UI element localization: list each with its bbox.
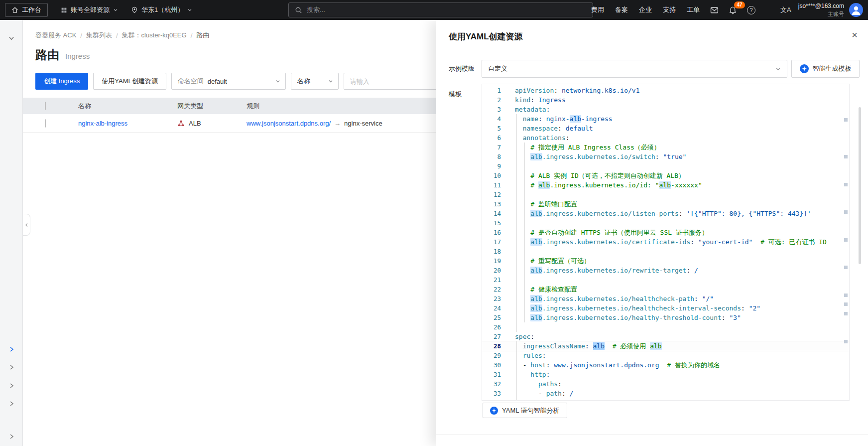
sidebar-collapse-chevron-icon[interactable] (8, 35, 14, 41)
create-by-yaml-button[interactable]: 使用YAML创建资源 (93, 73, 166, 90)
code-line[interactable]: 17 alb.ingress.kubernetes.io/certificate… (482, 237, 849, 247)
chevron-down-icon (275, 79, 280, 84)
line-number: 5 (482, 124, 507, 133)
code-line[interactable]: 15 (482, 218, 849, 228)
topbar-link-enterprise[interactable]: 企业 (633, 5, 657, 14)
code-line[interactable]: 31 http: (482, 370, 849, 379)
select-all-checkbox[interactable] (45, 102, 46, 110)
help-icon: ? (747, 6, 755, 14)
mail-icon (710, 6, 719, 14)
code-line[interactable]: 22 # 健康检查配置 (482, 285, 849, 294)
global-search-input[interactable]: 搜索... (288, 2, 593, 17)
sidebar-item-chevron[interactable] (8, 364, 14, 370)
code-line[interactable]: 14 alb.ingress.kubernetes.io/listen-port… (482, 209, 849, 218)
code-line[interactable]: 9 (482, 161, 849, 171)
topbar-link-support[interactable]: 支持 (657, 5, 681, 14)
close-icon[interactable]: × (848, 28, 862, 42)
code-line[interactable]: 25 alb.ingress.kubernetes.io/healthy-thr… (482, 313, 849, 322)
topbar-left: 工作台 账号全部资源 华东1（杭州） (5, 0, 192, 20)
panel-footer-divider (436, 435, 868, 435)
breadcrumb-item[interactable]: 容器服务 ACK (35, 31, 76, 40)
code-line[interactable]: 21 (482, 275, 849, 285)
code-line[interactable]: 18 (482, 247, 849, 256)
code-line[interactable]: 16 # 是否自动创建 HTTPS 证书（使用阿里云 SSL 证书服务） (482, 228, 849, 237)
code-line[interactable]: 19 # 重写配置（可选） (482, 256, 849, 266)
code-line[interactable]: 27spec: (482, 332, 849, 341)
code-line[interactable]: 24 alb.ingress.kubernetes.io/healthcheck… (482, 303, 849, 313)
topbar-link-billing[interactable]: 费用 (586, 5, 610, 14)
code-line[interactable]: 23 alb.ingress.kubernetes.io/healthcheck… (482, 294, 849, 303)
sidebar-expand-handle[interactable] (23, 214, 30, 236)
code-line[interactable]: 8 alb.ingress.kubernetes.io/switch: "tru… (482, 152, 849, 161)
ai-generate-template-button[interactable]: 智能生成模板 (791, 60, 860, 78)
screen: 工作台 账号全部资源 华东1（杭州） (0, 0, 868, 446)
line-number: 26 (482, 322, 507, 332)
code-line[interactable]: 12 (482, 190, 849, 199)
topbar-link-icp[interactable]: 备案 (610, 5, 633, 14)
resource-scope-selector[interactable]: 账号全部资源 (61, 5, 118, 14)
line-number: 1 (482, 86, 507, 95)
messages-button[interactable] (705, 0, 724, 20)
resource-grid-icon (61, 7, 67, 13)
line-number: 11 (482, 180, 507, 190)
code-line[interactable]: 2kind: Ingress (482, 95, 849, 105)
account-menu[interactable]: jso****@163.com 主账号 (798, 2, 844, 17)
code-line[interactable]: 1apiVersion: networking.k8s.io/v1 (482, 86, 849, 95)
code-line[interactable]: 32 paths: (482, 379, 849, 389)
region-selector[interactable]: 华东1（杭州） (131, 5, 192, 14)
code-line[interactable]: 6 annotations: (482, 133, 849, 143)
yaml-analyze-button[interactable]: YAML 语句智能分析 (483, 403, 567, 418)
line-number: 23 (482, 294, 507, 303)
code-line[interactable]: 28 ingressClassName: alb # 必须使用 alb (482, 341, 849, 351)
code-line[interactable]: 26 (482, 322, 849, 332)
create-ingress-button[interactable]: 创建 Ingress (35, 73, 88, 90)
code-line[interactable]: 30 - host: www.jsonjsonstart.dpdns.org #… (482, 360, 849, 370)
breadcrumb-item[interactable]: 集群：cluster-kq0EEG (122, 31, 187, 40)
column-header-gateway-type: 网关类型 (177, 102, 247, 111)
code-line[interactable]: 4 name: nginx-alb-ingress (482, 114, 849, 124)
help-button[interactable]: ? (742, 0, 760, 20)
panel-scrollbar-thumb[interactable] (859, 107, 861, 264)
workbench-button[interactable]: 工作台 (5, 3, 48, 17)
line-number: 13 (482, 199, 507, 209)
code-line[interactable]: 29 rules: (482, 351, 849, 360)
notifications-button[interactable]: 47 (724, 0, 742, 20)
avatar[interactable] (849, 3, 863, 17)
code-line[interactable]: 5 namespace: default (482, 124, 849, 133)
ingress-name-link[interactable]: nginx-alb-ingress (78, 120, 127, 127)
breadcrumb-separator: / (80, 32, 82, 39)
line-number: 14 (482, 209, 507, 218)
template-row: 示例模版 自定义 智能生成模板 (449, 60, 860, 78)
yaml-analyze-label: YAML 语句智能分析 (502, 406, 560, 415)
line-number: 22 (482, 285, 507, 294)
line-number: 25 (482, 313, 507, 322)
row-checkbox[interactable] (45, 119, 46, 128)
sidebar-item-chevron-active[interactable] (8, 346, 14, 352)
line-number: 9 (482, 161, 507, 171)
code-line[interactable]: 11 # alb.ingress.kubernetes.io/id: "alb-… (482, 180, 849, 190)
template-select[interactable]: 自定义 (482, 60, 787, 78)
code-line[interactable]: 34 pathType: Prefix (482, 398, 849, 401)
namespace-select[interactable]: 命名空间 default (171, 73, 286, 90)
rule-host-link[interactable]: www.jsonjsonstart.dpdns.org/ (247, 120, 331, 127)
code-line[interactable]: 20 alb.ingress.kubernetes.io/rewrite-tar… (482, 266, 849, 275)
language-switch-icon[interactable]: 文A (780, 5, 791, 14)
filter-field-value: 名称 (297, 77, 310, 86)
sidebar-item-chevron[interactable] (8, 401, 14, 407)
sidebar-item-chevron[interactable] (8, 434, 14, 440)
code-line[interactable]: 13 # 监听端口配置 (482, 199, 849, 209)
yaml-editor[interactable]: 1apiVersion: networking.k8s.io/v12kind: … (482, 84, 850, 401)
ai-sparkle-icon (490, 407, 498, 415)
code-line[interactable]: 3metadata: (482, 105, 849, 114)
account-type: 主账号 (798, 10, 844, 17)
filter-field-select[interactable]: 名称 (291, 73, 339, 90)
code-line[interactable]: 10 # ALB 实例 ID（可选，不指定则自动创建新 ALB） (482, 171, 849, 180)
code-line[interactable]: 33 - path: / (482, 389, 849, 398)
yaml-create-panel: 使用YAML创建资源 × 示例模版 自定义 智能生成模板 模板 (436, 20, 868, 446)
sidebar-item-chevron[interactable] (8, 383, 14, 389)
search-placeholder: 搜索... (307, 5, 325, 14)
topbar-link-tickets[interactable]: 工单 (681, 5, 705, 14)
location-pin-icon (131, 6, 138, 13)
breadcrumb-item[interactable]: 集群列表 (86, 31, 112, 40)
code-line[interactable]: 7 # 指定使用 ALB Ingress Class（必须） (482, 143, 849, 152)
